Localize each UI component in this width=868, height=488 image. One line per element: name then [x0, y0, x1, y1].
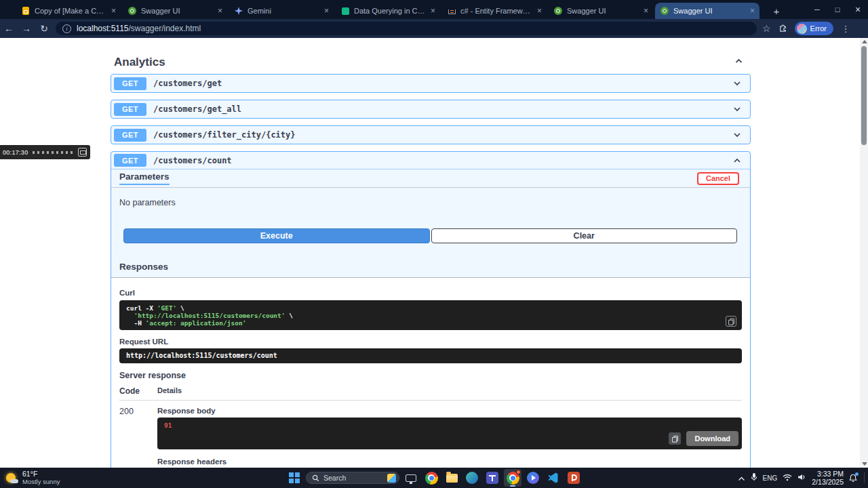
expand-chevron-icon[interactable]: [732, 79, 742, 88]
weather-widget[interactable]: 61°F Mostly sunny: [4, 470, 60, 485]
maximize-button[interactable]: □: [827, 0, 848, 19]
wifi-icon[interactable]: [783, 472, 792, 484]
tray-expand-chevron-icon[interactable]: [738, 472, 745, 484]
scroll-up-arrow-icon[interactable]: [862, 40, 867, 43]
tab-stackoverflow[interactable]: c# - Entity Framework Core; us ×: [442, 3, 547, 19]
copy-response-icon[interactable]: [669, 432, 681, 445]
language-indicator[interactable]: ENG: [763, 474, 778, 482]
back-icon[interactable]: ←: [0, 23, 18, 34]
vscode-button[interactable]: [545, 469, 562, 487]
opblock-header[interactable]: GET /customers/get: [111, 75, 750, 92]
tab-close-icon[interactable]: ×: [324, 6, 329, 16]
tab-swagger-2[interactable]: Swagger UI ×: [549, 3, 653, 19]
cancel-button[interactable]: Cancel: [697, 172, 739, 185]
tab-close-icon[interactable]: ×: [644, 6, 648, 16]
reload-icon[interactable]: ↻: [35, 23, 53, 34]
tab-google-slides[interactable]: Copy of [Make a Copy] v.5.0 Sli ×: [16, 3, 121, 19]
page-scrollbar[interactable]: [860, 38, 868, 468]
toolbar-right: ☆ Error ⋮: [762, 22, 851, 35]
code-column-header: Code: [119, 386, 157, 396]
weather-sun-icon: [4, 471, 18, 485]
site-info-icon[interactable]: i: [62, 24, 71, 33]
execute-row: Execute Clear: [111, 222, 750, 256]
url-path: /swagger/index.html: [129, 24, 201, 33]
responses-header: Responses: [111, 256, 750, 278]
google-slides-favicon: [21, 6, 31, 16]
opblock-header[interactable]: GET /customers/filter_city/{city}: [111, 126, 750, 144]
details-column-header: Details: [157, 386, 742, 396]
chrome-active-button[interactable]: [504, 469, 521, 487]
opblock-header[interactable]: GET /customers/get_all: [111, 100, 750, 118]
tab-datacamp[interactable]: Data Querying in C#: Create an ×: [336, 3, 440, 19]
bookmark-star-icon[interactable]: ☆: [762, 23, 771, 34]
status-code: 200: [119, 407, 157, 468]
tab-title: Swagger UI: [141, 7, 214, 15]
microphone-icon[interactable]: [751, 472, 757, 484]
media-player-button[interactable]: [524, 469, 542, 487]
task-view-button[interactable]: [402, 469, 420, 487]
screen-recorder-widget[interactable]: 00:17:30: [0, 145, 90, 159]
notification-center-button[interactable]: [849, 474, 857, 483]
minimize-button[interactable]: ─: [807, 0, 827, 19]
response-body-label: Response body: [157, 407, 742, 415]
opblock-header[interactable]: GET /customers/count: [111, 152, 750, 169]
server-response-label: Server response: [119, 363, 742, 380]
weather-temp: 61°F: [22, 470, 60, 478]
powerpoint-button[interactable]: [565, 469, 583, 487]
response-headers-label: Response headers: [157, 449, 742, 466]
tab-close-icon[interactable]: ×: [537, 6, 542, 16]
parameters-bar: Parameters Cancel: [111, 169, 750, 188]
execute-button[interactable]: Execute: [123, 228, 430, 243]
section-collapse-chevron-icon[interactable]: [734, 56, 744, 68]
tab-gemini[interactable]: Gemini ×: [229, 3, 334, 19]
show-desktop-divider[interactable]: [864, 472, 865, 483]
system-tray: ENG 3:33 PM 2/13/2025: [738, 468, 865, 488]
tab-swagger-1[interactable]: Swagger UI ×: [123, 3, 227, 19]
close-button[interactable]: ×: [848, 0, 868, 19]
tab-swagger-active[interactable]: Swagger UI ×: [655, 3, 760, 19]
clear-button[interactable]: Clear: [431, 228, 738, 243]
opblock-customers-get-all: GET /customers/get_all: [111, 100, 751, 119]
tabs-row: Copy of [Make a Copy] v.5.0 Sli × Swagge…: [16, 3, 760, 19]
copy-curl-icon[interactable]: [726, 316, 736, 327]
curl-text: [126, 312, 134, 319]
chrome-taskbar-button[interactable]: [422, 469, 440, 487]
tab-close-icon[interactable]: ×: [431, 6, 435, 16]
address-bar[interactable]: i localhost:5115/swagger/index.html: [56, 22, 757, 35]
tab-close-icon[interactable]: ×: [111, 6, 116, 16]
windows-taskbar: 61°F Mostly sunny Search: [0, 468, 868, 488]
scroll-down-arrow-icon[interactable]: [862, 462, 867, 466]
curl-text: \: [285, 312, 293, 319]
endpoint-path: /customers/get_all: [153, 104, 241, 114]
recorder-display-icon[interactable]: [78, 148, 87, 157]
edge-icon: [466, 472, 478, 484]
endpoint-path: /customers/filter_city/{city}: [153, 130, 296, 140]
volume-icon[interactable]: [797, 472, 806, 484]
curl-label: Curl: [119, 278, 742, 297]
profile-chip[interactable]: Error: [795, 22, 833, 35]
section-header-analytics[interactable]: Analytics: [111, 53, 751, 72]
notification-dot: [855, 472, 859, 476]
tab-close-icon[interactable]: ×: [750, 6, 755, 16]
download-button[interactable]: Download: [686, 431, 738, 446]
start-button[interactable]: [285, 469, 303, 487]
teams-button[interactable]: [484, 469, 501, 487]
expand-chevron-icon[interactable]: [732, 130, 742, 140]
collapse-chevron-icon[interactable]: [732, 156, 742, 165]
scrollbar-thumb[interactable]: [861, 46, 867, 145]
forward-icon[interactable]: →: [18, 23, 35, 34]
file-explorer-button[interactable]: [443, 469, 460, 487]
tab-parameters[interactable]: Parameters: [119, 171, 170, 185]
extensions-puzzle-icon[interactable]: [778, 22, 788, 35]
endpoint-path: /customers/get: [153, 79, 222, 88]
new-tab-button[interactable]: +: [769, 3, 784, 18]
recording-level-dots: [33, 151, 73, 154]
tab-close-icon[interactable]: ×: [218, 6, 222, 16]
tab-title: Copy of [Make a Copy] v.5.0 Sli: [35, 7, 108, 15]
clock-widget[interactable]: 3:33 PM 2/13/2025: [812, 470, 844, 486]
edge-button[interactable]: [463, 469, 481, 487]
tab-title: Data Querying in C#: Create an: [354, 7, 427, 15]
expand-chevron-icon[interactable]: [732, 104, 742, 114]
taskbar-search[interactable]: Search: [306, 472, 399, 484]
browser-menu-icon[interactable]: ⋮: [840, 24, 851, 34]
